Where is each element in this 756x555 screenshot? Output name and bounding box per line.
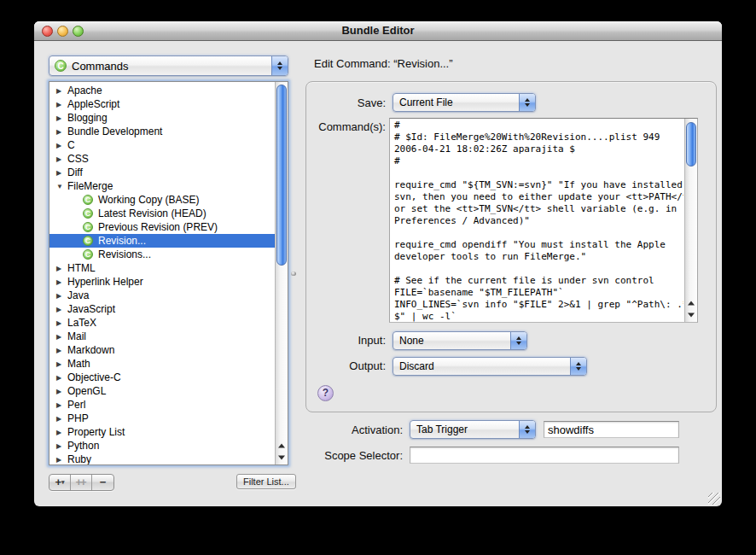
disclosure-closed-icon[interactable]: ▶ (56, 347, 67, 354)
splitter-handle[interactable] (291, 272, 296, 276)
disclosure-closed-icon[interactable]: ▶ (56, 415, 67, 423)
disclosure-open-icon[interactable]: ▼ (56, 183, 67, 190)
list-scrollbar-thumb[interactable] (276, 85, 287, 266)
list-item-label: CSS (67, 153, 89, 165)
list-item-label: Revisions... (98, 248, 151, 260)
list-item-javascript[interactable]: ▶JavaScript (49, 302, 275, 316)
disclosure-closed-icon[interactable]: ▶ (56, 456, 67, 464)
item-type-popup[interactable]: C Commands (49, 56, 288, 76)
output-label: Output: (305, 358, 386, 375)
list-item-objective-c[interactable]: ▶Objective-C (49, 371, 275, 384)
list-item-previous-revision-prev[interactable]: CPrevious Revision (PREV) (49, 220, 275, 234)
duplicate-item-button[interactable]: ++ (71, 475, 92, 490)
list-item-label: Apache (67, 85, 102, 96)
help-button[interactable]: ? (317, 385, 334, 401)
command-scrollbar-buttons (685, 297, 697, 321)
scroll-up-icon[interactable] (276, 440, 288, 452)
scroll-down-icon[interactable] (276, 452, 288, 464)
disclosure-closed-icon[interactable]: ▶ (56, 169, 67, 177)
list-item-python[interactable]: ▶Python (49, 439, 275, 453)
disclosure-closed-icon[interactable]: ▶ (56, 360, 67, 368)
disclosure-closed-icon[interactable]: ▶ (56, 265, 67, 272)
list-item-opengl[interactable]: ▶OpenGL (49, 384, 275, 398)
list-item-php[interactable]: ▶PHP (49, 412, 275, 425)
disclosure-closed-icon[interactable]: ▶ (56, 142, 67, 149)
disclosure-closed-icon[interactable]: ▶ (56, 401, 67, 409)
list-item-c[interactable]: ▶C (49, 138, 275, 152)
list-item-html[interactable]: ▶HTML (49, 261, 275, 275)
close-button[interactable] (42, 26, 53, 37)
disclosure-closed-icon[interactable]: ▶ (56, 429, 67, 436)
list-item-hyperlink-helper[interactable]: ▶Hyperlink Helper (49, 275, 275, 289)
list-item-label: Property List (67, 426, 125, 438)
list-item-perl[interactable]: ▶Perl (49, 398, 275, 412)
list-item-latex[interactable]: ▶LaTeX (49, 316, 275, 330)
list-item-revisions[interactable]: CRevisions... (49, 248, 275, 261)
list-item-label: Bundle Development (67, 126, 162, 137)
list-item-filemerge[interactable]: ▼FileMerge (49, 179, 275, 193)
output-popup[interactable]: Discard (393, 357, 587, 376)
disclosure-closed-icon[interactable]: ▶ (56, 319, 67, 327)
disclosure-closed-icon[interactable]: ▶ (56, 333, 67, 341)
disclosure-closed-icon[interactable]: ▶ (56, 374, 67, 382)
disclosure-closed-icon[interactable]: ▶ (56, 306, 67, 313)
bundle-list[interactable]: ▶Apache▶AppleScript▶Blogging▶Bundle Deve… (49, 81, 288, 465)
add-item-button[interactable]: +▾ (49, 475, 71, 490)
disclosure-closed-icon[interactable]: ▶ (56, 442, 67, 450)
edit-command-header: Edit Command: “Revision...” (314, 57, 453, 70)
command-icon: C (83, 208, 93, 219)
list-item-working-copy-base[interactable]: CWorking Copy (BASE) (49, 193, 275, 207)
list-scrollbar[interactable] (275, 82, 288, 464)
list-item-css[interactable]: ▶CSS (49, 152, 275, 166)
list-item-label: Diff (67, 166, 83, 178)
zoom-button[interactable] (73, 26, 84, 37)
list-item-mail[interactable]: ▶Mail (49, 330, 275, 343)
titlebar[interactable]: Bundle Editor (34, 21, 722, 41)
list-item-label: Revision... (98, 235, 146, 247)
input-popup[interactable]: None (393, 331, 527, 350)
tab-trigger-input[interactable] (544, 421, 679, 438)
list-item-math[interactable]: ▶Math (49, 357, 275, 371)
disclosure-closed-icon[interactable]: ▶ (56, 128, 67, 136)
list-item-markdown[interactable]: ▶Markdown (49, 343, 275, 357)
disclosure-closed-icon[interactable]: ▶ (56, 155, 67, 163)
list-item-java[interactable]: ▶Java (49, 289, 275, 302)
input-label: Input: (305, 332, 386, 349)
disclosure-closed-icon[interactable]: ▶ (56, 278, 67, 286)
popup-arrows-icon (570, 358, 586, 375)
disclosure-closed-icon[interactable]: ▶ (56, 101, 67, 108)
list-item-label: Math (67, 358, 90, 370)
list-item-label: HTML (67, 262, 96, 274)
disclosure-closed-icon[interactable]: ▶ (56, 87, 67, 95)
window-controls (42, 26, 84, 37)
disclosure-closed-icon[interactable]: ▶ (56, 114, 67, 122)
minimize-button[interactable] (57, 26, 68, 37)
disclosure-closed-icon[interactable]: ▶ (56, 388, 67, 395)
scroll-up-icon[interactable] (685, 297, 697, 309)
resize-grip-icon[interactable] (708, 493, 720, 505)
list-item-revision[interactable]: CRevision... (49, 234, 275, 248)
activation-type-popup[interactable]: Tab Trigger (410, 420, 536, 439)
list-item-blogging[interactable]: ▶Blogging (49, 111, 275, 125)
popup-arrows-icon (519, 94, 535, 111)
remove-item-button[interactable]: − (92, 475, 113, 490)
list-item-bundle-development[interactable]: ▶Bundle Development (49, 125, 275, 138)
list-item-label: Mail (67, 330, 86, 342)
command-scrollbar-thumb[interactable] (686, 122, 696, 166)
list-item-diff[interactable]: ▶Diff (49, 166, 275, 179)
scope-selector-input[interactable] (410, 447, 679, 464)
list-item-label: Markdown (67, 344, 114, 356)
list-item-label: Python (67, 440, 99, 452)
disclosure-closed-icon[interactable]: ▶ (56, 292, 67, 300)
list-item-ruby[interactable]: ▶Ruby (49, 453, 275, 464)
list-item-latest-revision-head[interactable]: CLatest Revision (HEAD) (49, 207, 275, 220)
save-popup[interactable]: Current File (393, 93, 536, 112)
list-item-property-list[interactable]: ▶Property List (49, 425, 275, 439)
popup-arrows-icon (510, 332, 526, 349)
filter-list-button[interactable]: Filter List... (236, 474, 296, 489)
command-scrollbar[interactable] (684, 119, 697, 322)
command-textarea[interactable]: # # $Id: FileMerge%20With%20Revision....… (389, 118, 698, 323)
list-item-applescript[interactable]: ▶AppleScript (49, 97, 275, 111)
list-item-apache[interactable]: ▶Apache (49, 84, 275, 97)
scroll-down-icon[interactable] (685, 309, 697, 321)
